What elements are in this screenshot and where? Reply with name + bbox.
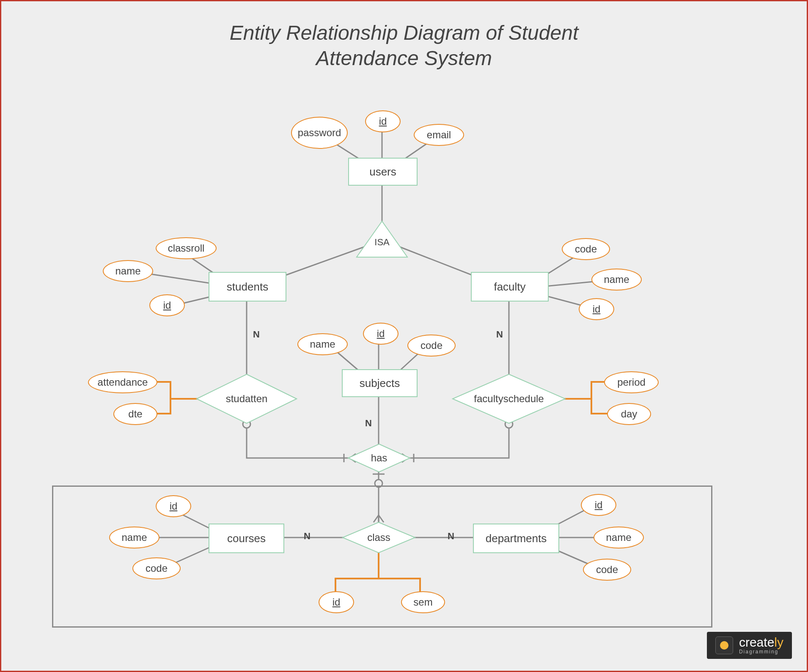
diagram-frame: Entity Relationship Diagram of Student A… [0,0,808,672]
attr-students-classroll: classroll [156,237,217,259]
attr-students-id: id [149,294,185,316]
cardinality-faculty-facultyschedule: N [496,329,503,340]
bulb-icon [715,636,733,654]
entity-students: students [209,272,286,302]
relationship-has [347,443,411,473]
attr-facultyschedule-period: period [604,371,659,393]
grouping-box [52,485,712,628]
relationship-facultyschedule [452,373,566,424]
attr-users-password: password [291,117,348,149]
entity-users-label: users [369,165,396,178]
entity-faculty-label: faculty [494,280,525,293]
attr-subjects-code: code [407,335,456,357]
svg-marker-35 [357,221,407,257]
attr-users-email: email [414,124,464,146]
entity-subjects: subjects [342,369,418,397]
cardinality-students-studatten: N [253,329,260,340]
logo-text: creately [739,636,783,649]
attr-students-name: name [103,260,153,282]
cardinality-subjects-has: N [365,418,372,429]
attr-studatten-attendance: attendance [88,371,157,393]
attr-subjects-id: id [363,323,399,345]
attr-studatten-dte: dte [113,403,157,425]
svg-marker-36 [197,374,297,423]
attr-subjects-name: name [297,333,348,355]
entity-students-label: students [227,280,268,293]
logo-tagline: Diagramming [739,649,783,655]
attr-users-id: id [365,110,401,132]
entity-subjects-label: subjects [360,377,400,390]
entity-users: users [348,158,418,186]
creately-logo: creately Diagramming [707,632,792,659]
attr-faculty-id: id [579,298,614,320]
attr-faculty-name: name [591,269,642,291]
attr-facultyschedule-day: day [607,403,651,425]
attr-faculty-code: code [562,238,610,260]
svg-marker-37 [453,374,565,423]
svg-marker-38 [348,444,410,472]
entity-faculty: faculty [471,272,549,302]
relationship-studatten [196,373,297,424]
